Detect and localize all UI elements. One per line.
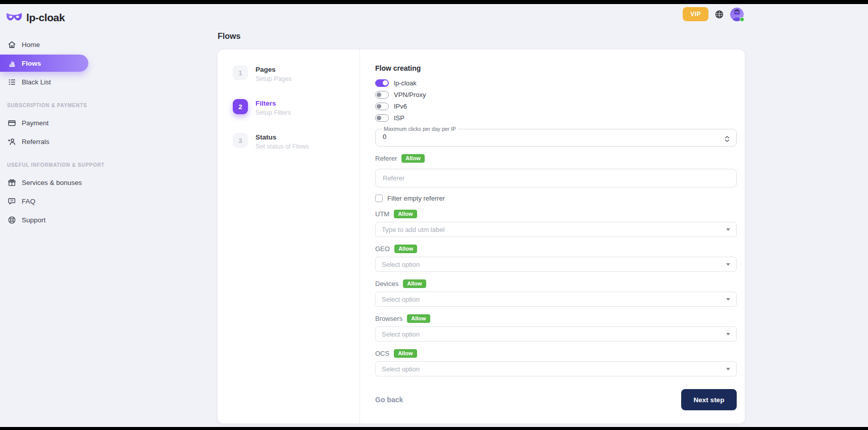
browsers-select-placeholder: Select option: [382, 330, 420, 338]
form-footer: Go back Next step: [375, 389, 737, 410]
go-back-button[interactable]: Go back: [375, 396, 403, 404]
sidebar-item-referrals[interactable]: Referrals: [0, 133, 88, 150]
home-icon: [7, 40, 16, 49]
step-title: Filters: [256, 100, 291, 107]
section-divider: [109, 165, 111, 165]
sidebar-item-faq[interactable]: ?! FAQ: [0, 193, 88, 210]
sidebar-item-flows[interactable]: Flows: [0, 55, 88, 72]
isp-toggle[interactable]: [375, 114, 389, 122]
max-clicks-field: Maximum clicks per day per IP: [375, 126, 737, 147]
max-clicks-label: Maximum clicks per day per IP: [382, 126, 458, 132]
utm-select-placeholder: Type to add utm label: [382, 226, 444, 233]
step-number: 3: [233, 133, 248, 148]
vpn-proxy-toggle[interactable]: [375, 91, 389, 99]
geo-select[interactable]: Select option: [375, 257, 737, 272]
mask-logo-icon: [6, 12, 22, 24]
toggle-row-vpn-proxy: VPN/Proxy: [375, 91, 737, 99]
gift-icon: [7, 178, 16, 187]
chevron-down-icon: [726, 263, 730, 266]
flow-card: 1 Pages Setup Pages 2 Filters Setup Filt…: [218, 50, 745, 423]
toggle-label: VPN/Proxy: [394, 91, 426, 99]
filter-empty-referrer-checkbox[interactable]: [375, 195, 383, 202]
referrals-person-icon: [7, 137, 16, 146]
ocs-select-placeholder: Select option: [382, 365, 420, 373]
devices-label: Devices: [375, 280, 398, 288]
toggle-row-lp-cloak: lp-cloak: [375, 79, 737, 87]
devices-select-placeholder: Select option: [382, 296, 420, 303]
wizard-step-filters[interactable]: 2 Filters Setup Filters: [233, 99, 360, 116]
ocs-allow-badge[interactable]: Allow: [394, 349, 417, 358]
number-stepper[interactable]: [725, 136, 730, 142]
faq-bubble-icon: ?!: [7, 197, 16, 206]
browsers-select[interactable]: Select option: [375, 326, 737, 342]
sidebar-item-support[interactable]: Support: [0, 211, 88, 228]
sidebar-item-label: Flows: [22, 60, 41, 67]
globe-icon[interactable]: [715, 10, 724, 19]
referer-label-row: Referer Allow: [375, 154, 737, 163]
wizard-steps: 1 Pages Setup Pages 2 Filters Setup Filt…: [218, 50, 360, 423]
next-step-button[interactable]: Next step: [681, 389, 737, 410]
filter-empty-referrer-row[interactable]: Filter empty referrer: [375, 195, 737, 202]
brand-logo[interactable]: lp-cloak: [0, 4, 88, 24]
flow-form: Flow creating lp-cloak VPN/Proxy IPv6 IS…: [360, 50, 745, 423]
sidebar-section-payments: SUBSCRIPTION & PAYMENTS: [7, 103, 83, 108]
step-number: 1: [233, 65, 248, 80]
avatar[interactable]: [730, 8, 744, 21]
form-title: Flow creating: [375, 64, 737, 72]
chevron-down-icon: [726, 228, 730, 231]
section-divider: [91, 105, 93, 106]
browsers-allow-badge[interactable]: Allow: [407, 314, 430, 323]
browsers-label: Browsers: [375, 315, 402, 322]
sidebar-item-label: FAQ: [22, 198, 35, 205]
ocs-label: OCS: [375, 350, 389, 357]
sidebar-item-label: Payment: [22, 119, 48, 127]
topbar: VIP: [683, 7, 744, 21]
section-label: SUBSCRIPTION & PAYMENTS: [7, 103, 87, 108]
wizard-step-status[interactable]: 3 Status Set status of Flows: [233, 133, 360, 150]
wizard-step-pages[interactable]: 1 Pages Setup Pages: [233, 65, 360, 82]
geo-allow-badge[interactable]: Allow: [394, 245, 417, 253]
sidebar-item-home[interactable]: Home: [0, 36, 88, 53]
toggle-row-ipv6: IPv6: [375, 103, 737, 110]
flows-stack-icon: [7, 59, 16, 68]
blacklist-icon: [7, 77, 16, 86]
devices-label-row: Devices Allow: [375, 279, 737, 288]
devices-allow-badge[interactable]: Allow: [403, 279, 426, 288]
max-clicks-input[interactable]: [380, 132, 695, 143]
toggle-row-isp: ISP: [375, 114, 737, 122]
geo-select-placeholder: Select option: [382, 261, 420, 268]
sidebar-item-black-list[interactable]: Black List: [0, 73, 88, 90]
sidebar-item-label: Referrals: [22, 138, 49, 146]
utm-label: UTM: [375, 210, 389, 218]
filter-empty-referrer-label: Filter empty referrer: [387, 195, 445, 202]
ipv6-toggle[interactable]: [375, 103, 389, 110]
bottom-letterbox: [0, 427, 868, 430]
referer-label: Referer: [375, 155, 397, 162]
referer-input[interactable]: [375, 169, 737, 187]
lp-cloak-toggle[interactable]: [375, 79, 389, 87]
credit-card-icon: [7, 118, 16, 127]
ocs-select[interactable]: Select option: [375, 361, 737, 376]
step-title: Status: [256, 133, 309, 141]
utm-select[interactable]: Type to add utm label: [375, 222, 737, 237]
main-content: Flows 1 Pages Setup Pages 2 Filters Setu…: [218, 32, 745, 423]
geo-label-row: GEO Allow: [375, 245, 737, 253]
sidebar-nav: Home Flows Black List SUBSCRIPTION & PAY…: [0, 36, 88, 228]
referer-allow-badge[interactable]: Allow: [401, 154, 424, 163]
step-number: 2: [233, 99, 248, 114]
utm-allow-badge[interactable]: Allow: [394, 210, 417, 218]
geo-label: GEO: [375, 245, 390, 253]
lifebuoy-icon: [7, 215, 16, 224]
toggle-list: lp-cloak VPN/Proxy IPv6 ISP: [375, 79, 737, 122]
sidebar-item-label: Home: [22, 41, 40, 49]
vip-button[interactable]: VIP: [683, 7, 708, 21]
sidebar-item-payment[interactable]: Payment: [0, 114, 88, 131]
chevron-down-icon: [726, 298, 730, 301]
sidebar-item-services[interactable]: Services & bonuses: [0, 174, 88, 191]
step-subtitle: Setup Filters: [256, 109, 291, 116]
online-status-dot: [740, 17, 744, 22]
section-label: USEFUL INFORMATION & SUPPORT: [7, 162, 105, 168]
devices-select[interactable]: Select option: [375, 292, 737, 307]
svg-text:?!: ?!: [10, 199, 13, 202]
sidebar-item-label: Services & bonuses: [22, 179, 82, 186]
